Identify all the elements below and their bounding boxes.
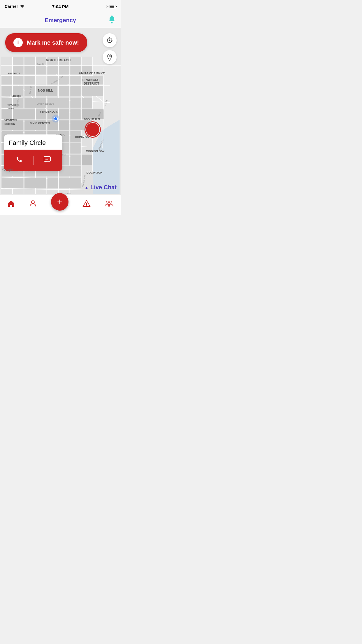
svg-point-144 <box>110 201 112 203</box>
svg-rect-37 <box>48 66 58 74</box>
svg-rect-59 <box>70 98 80 108</box>
svg-point-1 <box>111 22 113 24</box>
tab-person[interactable] <box>24 197 42 212</box>
status-time: 7:04 PM <box>52 4 69 9</box>
svg-point-142 <box>86 205 87 206</box>
alert-icon <box>82 200 91 210</box>
svg-rect-86 <box>82 155 92 165</box>
navbar: Emergency <box>0 13 121 28</box>
svg-rect-66 <box>70 109 80 119</box>
navbar-title: Emergency <box>45 17 76 24</box>
info-icon: i <box>13 38 23 47</box>
svg-rect-81 <box>70 143 80 153</box>
family-circle-title: Family Circle <box>4 134 62 150</box>
google-watermark: Google <box>2 168 13 172</box>
svg-rect-91 <box>2 178 24 188</box>
svg-rect-54 <box>82 86 103 96</box>
svg-rect-42 <box>13 76 23 84</box>
svg-rect-93 <box>48 178 58 188</box>
svg-text:Bay St: Bay St <box>37 63 44 65</box>
svg-rect-36 <box>36 66 46 74</box>
svg-text:VESTERN: VESTERN <box>4 119 17 122</box>
tab-add[interactable]: + <box>46 197 73 213</box>
status-left: Carrier <box>5 4 24 9</box>
svg-rect-71 <box>59 120 69 130</box>
svg-text:. DISTRICT: . DISTRICT <box>7 72 20 75</box>
svg-rect-29 <box>24 57 35 65</box>
svg-rect-46 <box>70 76 80 84</box>
svg-point-140 <box>31 201 34 204</box>
status-right: ➤ <box>106 5 116 8</box>
svg-rect-62 <box>13 109 35 119</box>
svg-text:SOUTH B H: SOUTH B H <box>84 117 100 120</box>
svg-rect-94 <box>59 178 81 188</box>
plus-icon: + <box>57 197 63 206</box>
carrier-label: Carrier <box>5 4 18 9</box>
location-pin-button[interactable] <box>103 50 117 64</box>
svg-point-143 <box>106 201 108 203</box>
svg-text:NOB HILL: NOB HILL <box>38 89 53 92</box>
svg-text:FINANCIAL: FINANCIAL <box>82 78 101 82</box>
tab-alert[interactable] <box>78 197 95 212</box>
user-location-dot <box>52 116 59 122</box>
svg-rect-41 <box>2 76 12 84</box>
notification-bell-button[interactable] <box>108 15 116 26</box>
svg-text:24th St: 24th St <box>64 192 72 194</box>
svg-point-0 <box>22 7 22 8</box>
svg-rect-61 <box>2 109 12 119</box>
action-divider <box>33 156 34 165</box>
svg-rect-43 <box>24 76 35 84</box>
svg-text:DOGPATCH: DOGPATCH <box>86 171 102 174</box>
svg-rect-33 <box>70 57 80 65</box>
svg-rect-38 <box>59 66 69 74</box>
svg-text:GHTS: GHTS <box>7 107 14 110</box>
location-arrow-icon: ➤ <box>106 5 108 8</box>
family-card-actions <box>4 150 62 171</box>
tab-bar: + <box>0 194 121 215</box>
group-icon <box>104 200 114 210</box>
svg-rect-85 <box>70 155 80 165</box>
svg-text:CIVIC CENTER: CIVIC CENTER <box>30 121 50 125</box>
svg-text:MISSION BAY: MISSION BAY <box>86 149 104 153</box>
live-chat-label: Live Chat <box>90 184 117 191</box>
svg-rect-92 <box>24 178 46 188</box>
svg-rect-65 <box>59 109 69 119</box>
mark-safe-button[interactable]: i Mark me safe now! <box>5 33 87 52</box>
svg-rect-60 <box>82 98 92 108</box>
add-fab-button[interactable]: + <box>51 193 68 211</box>
map-area[interactable]: NORTH BEACH Bay St EMBARCADERO FINANCIAL… <box>0 28 121 194</box>
svg-rect-137 <box>44 157 50 161</box>
svg-text:DDITION: DDITION <box>4 123 15 125</box>
svg-point-131 <box>109 40 110 41</box>
battery-icon <box>110 5 116 8</box>
tab-home[interactable] <box>2 197 20 212</box>
svg-rect-53 <box>70 86 80 96</box>
location-center-button[interactable] <box>103 33 117 47</box>
tab-group[interactable] <box>100 197 118 212</box>
svg-text:NORTH BEACH: NORTH BEACH <box>46 58 71 62</box>
emergency-location-dot <box>85 121 101 138</box>
svg-text:DISTRICT: DISTRICT <box>84 82 99 85</box>
svg-point-136 <box>109 55 110 57</box>
svg-text:1: 1 <box>3 186 4 189</box>
svg-rect-35 <box>24 66 35 74</box>
svg-rect-28 <box>13 57 23 65</box>
person-icon <box>29 200 37 210</box>
mark-safe-label: Mark me safe now! <box>27 39 79 46</box>
home-icon <box>7 200 15 210</box>
call-button[interactable] <box>12 154 27 166</box>
svg-text:Union Square: Union Square <box>37 102 55 105</box>
svg-rect-52 <box>59 86 69 96</box>
status-bar: Carrier 7:04 PM ➤ <box>0 0 121 13</box>
wifi-icon <box>20 4 24 9</box>
message-button[interactable] <box>40 154 55 166</box>
map-controls <box>103 33 117 64</box>
live-chat-bar[interactable]: ▲ Live Chat <box>85 184 117 191</box>
svg-text:TENDERLOIN: TENDERLOIN <box>40 110 58 113</box>
svg-text:EMBARCADERO: EMBARCADERO <box>79 71 106 75</box>
live-chat-arrow: ▲ <box>85 185 89 190</box>
family-circle-card: Family Circle <box>4 134 62 171</box>
